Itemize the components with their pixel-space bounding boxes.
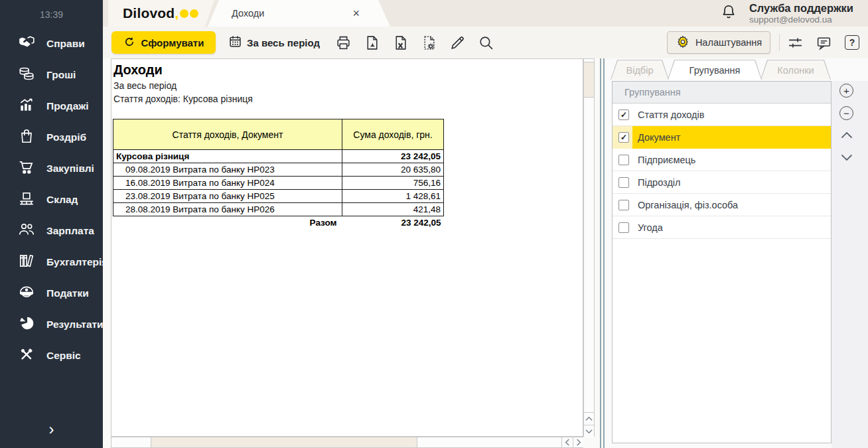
table-row[interactable]: Курсова різниця 23 242,05 — [113, 150, 444, 163]
settings-button[interactable]: Налаштування — [667, 31, 770, 54]
sidebar-item-label: Закупівлі — [46, 163, 94, 175]
checkbox-unchecked[interactable] — [618, 177, 629, 188]
table-row[interactable]: 23.08.2019 Витрата по банку НР025 1 428,… — [113, 190, 444, 203]
list-item-pidpryiemets[interactable]: Підприємець — [613, 149, 831, 171]
report-panel: Доходи За весь період Стаття доходів: Ку… — [111, 58, 583, 437]
question-icon: ? — [845, 35, 859, 50]
scroll-down-button[interactable] — [584, 425, 594, 437]
dilovod-app: { "colors": { "accent_yellow": "#FFD800"… — [0, 0, 868, 448]
tab-label: Відбір — [611, 60, 668, 80]
search-button[interactable] — [476, 33, 495, 52]
grouping-list: Группування ✓ Стаття доходів ✓ Документ … — [612, 81, 832, 443]
report-title: Доходи — [113, 62, 163, 78]
row-label: 23.08.2019 Витрата по банку НР025 — [113, 190, 342, 203]
checkbox-unchecked[interactable] — [618, 155, 629, 165]
sidebar-item-label: Справи — [46, 38, 85, 50]
export-pdf-button[interactable] — [362, 33, 381, 52]
sales-chart-icon — [18, 96, 35, 116]
sidebar-item-zarplata[interactable]: Зарплата — [0, 215, 103, 246]
support-email[interactable]: support@delovod.ua — [749, 15, 853, 25]
sidebar-collapse-button[interactable]: › — [0, 421, 103, 437]
row-value: 23 242,05 — [342, 150, 444, 163]
tab-vidbir[interactable]: Відбір — [611, 60, 669, 80]
export-excel-button[interactable] — [391, 33, 409, 52]
help-button[interactable]: ? — [843, 33, 861, 52]
list-item-orhanizatsiia[interactable]: Організація, фіз.особа — [613, 194, 831, 216]
sidebar-item-bukhhalteriia[interactable]: Бухгалтерія — [0, 246, 103, 277]
list-item-label: Стаття доходів — [638, 110, 704, 120]
row-value: 1 428,61 — [342, 190, 444, 203]
list-item-stattia-dokhodiv[interactable]: ✓ Стаття доходів — [613, 104, 831, 126]
sidebar-item-label: Гроші — [46, 69, 76, 81]
sidebar-item-rezultaty[interactable]: Результати — [0, 309, 103, 340]
chat-icon[interactable] — [814, 33, 833, 52]
clock: 13:39 — [0, 9, 103, 20]
logo-dot-icon — [190, 9, 198, 18]
sidebar-item-prodazhi[interactable]: Продажі — [0, 90, 103, 121]
add-grouping-button[interactable]: + — [839, 84, 853, 98]
sidebar-item-spravy[interactable]: Справи — [0, 28, 103, 59]
close-icon[interactable]: × — [352, 7, 360, 19]
tab-hrupuvannia[interactable]: Групування — [668, 60, 762, 80]
table-row[interactable]: 16.08.2019 Витрата по банку НР024 756,16 — [113, 177, 444, 190]
period-button[interactable]: За весь період — [223, 31, 325, 54]
top-bar: Dilovod, Доходи × Служба поддержки suppo… — [103, 0, 868, 27]
horizontal-scrollbar-thumb[interactable] — [151, 437, 417, 447]
sidebar-item-label: Зарплата — [46, 225, 94, 237]
list-item-label: Угода — [638, 222, 663, 233]
grouping-list-header: Группування — [613, 82, 831, 104]
people-icon — [18, 221, 35, 241]
sidebar-item-label: Склад — [46, 194, 78, 206]
support-title: Служба поддержки — [749, 2, 853, 15]
list-item-uhoda[interactable]: Угода — [613, 216, 831, 239]
vertical-scrollbar-thumb[interactable] — [584, 62, 594, 98]
list-item-dokument[interactable]: ✓ Документ — [613, 126, 831, 149]
move-down-button[interactable] — [839, 151, 853, 163]
gear-icon — [676, 35, 690, 51]
sidebar-item-servis[interactable]: Сервіс — [0, 340, 103, 371]
toolbar: Сформувати За весь період Налаштування ? — [103, 27, 868, 58]
tab-dokhody[interactable]: Доходи × — [208, 0, 390, 27]
shopping-bag-icon — [18, 127, 35, 147]
sidebar-item-zakupivli[interactable]: Закупівлі — [0, 153, 103, 184]
total-value: 23 242,05 — [342, 216, 444, 230]
checkbox-checked[interactable]: ✓ — [618, 110, 629, 120]
print-button[interactable] — [334, 33, 352, 52]
sidebar-item-sklad[interactable]: Склад — [0, 184, 103, 215]
handshake-icon — [18, 34, 35, 54]
bell-icon[interactable] — [720, 3, 737, 23]
scroll-left-button[interactable] — [561, 437, 572, 447]
logo[interactable]: Dilovod, — [108, 0, 214, 27]
sidebar-item-podatky[interactable]: Податки — [0, 277, 103, 309]
row-label: 28.08.2019 Витрата по банку НР026 — [113, 203, 342, 216]
scroll-right-button[interactable] — [573, 437, 583, 447]
table-row[interactable]: 09.08.2019 Витрата по банку НР023 20 635… — [113, 163, 444, 177]
logo-comma: , — [175, 5, 179, 21]
pie-chart-icon — [18, 315, 35, 335]
tab-kolonky[interactable]: Колонки — [760, 60, 831, 80]
edit-pencil-button[interactable] — [448, 33, 467, 52]
logo-text: Dilovod — [123, 5, 175, 21]
row-value: 421,48 — [342, 203, 444, 216]
tab-label: Групування — [668, 60, 761, 80]
checkbox-checked[interactable]: ✓ — [618, 132, 629, 143]
remove-grouping-button[interactable]: − — [839, 106, 853, 120]
scroll-up-button[interactable] — [584, 412, 594, 425]
vertical-scrollbar[interactable] — [583, 58, 595, 437]
list-item-pidrozdil[interactable]: Підрозділ — [613, 171, 831, 194]
checkbox-unchecked[interactable] — [618, 200, 629, 210]
tab-title: Доходи — [232, 8, 264, 19]
sliders-icon[interactable] — [786, 33, 804, 52]
report-settings-button[interactable] — [419, 33, 438, 52]
row-label: Курсова різниця — [113, 150, 342, 163]
horizontal-scrollbar[interactable] — [111, 437, 583, 448]
sidebar-item-rozdrib[interactable]: Роздріб — [0, 121, 103, 153]
checkbox-unchecked[interactable] — [618, 222, 629, 233]
sidebar-item-label: Податки — [46, 287, 89, 299]
move-up-button[interactable] — [839, 129, 853, 141]
row-value: 20 635,80 — [342, 163, 444, 177]
table-row[interactable]: 28.08.2019 Витрата по банку НР026 421,48 — [113, 203, 444, 216]
panel-splitter[interactable] — [600, 58, 601, 448]
generate-button[interactable]: Сформувати — [111, 31, 216, 54]
sidebar-item-hroshi[interactable]: Гроші — [0, 59, 103, 90]
